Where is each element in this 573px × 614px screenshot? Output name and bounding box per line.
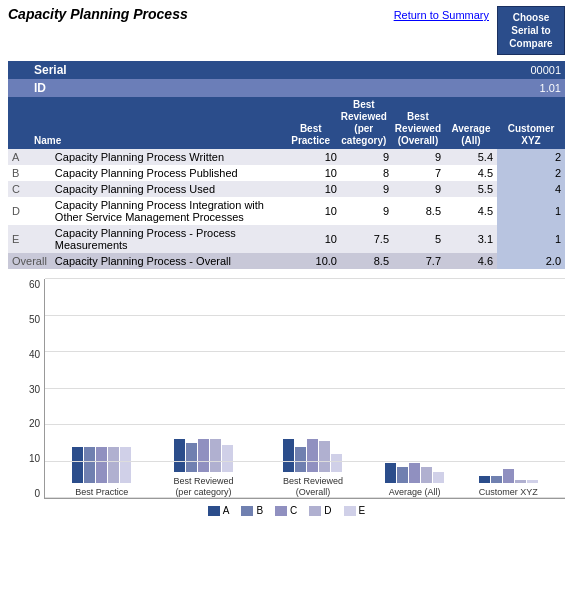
- chart-legend: ABCDE: [8, 505, 565, 516]
- header-best-reviewed-overall: Best Reviewed (Overall): [391, 97, 445, 149]
- capacity-table: Serial 00001 ID 1.01 Name Be: [8, 61, 565, 149]
- row-best-reviewed-cat: 7.5: [341, 225, 393, 253]
- row-customer-xyz: 2: [497, 149, 565, 165]
- data-table-container: Serial 00001 ID 1.01 Name Be: [0, 61, 573, 269]
- chart-container: 0102030405060 Best PracticeBest Reviewed…: [8, 279, 565, 516]
- table-row: A Capacity Planning Process Written 10 9…: [8, 149, 565, 165]
- id-brc-cell: [337, 79, 391, 97]
- legend-box: [275, 506, 287, 516]
- column-header-row: Name Best Practice Best Reviewed (per ca…: [8, 97, 565, 149]
- serial-label: Serial: [30, 61, 285, 79]
- row-best-practice: 10: [289, 149, 341, 165]
- row-name: Capacity Planning Process Written: [51, 149, 289, 165]
- legend-item-A: A: [208, 505, 230, 516]
- table-row: E Capacity Planning Process - Process Me…: [8, 225, 565, 253]
- row-best-reviewed-overall: 9: [393, 181, 445, 197]
- serial-letter-cell: [8, 61, 30, 79]
- row-average-all: 5.4: [445, 149, 497, 165]
- return-to-summary-link[interactable]: Return to Summary: [394, 8, 489, 22]
- y-axis-label: 60: [8, 279, 40, 290]
- grid-line: [45, 278, 565, 279]
- header-best-reviewed-cat: Best Reviewed (per category): [337, 97, 391, 149]
- table-row: C Capacity Planning Process Used 10 9 9 …: [8, 181, 565, 197]
- grid-line: [45, 497, 565, 498]
- serial-bp-cell: [285, 61, 337, 79]
- legend-label: E: [359, 505, 366, 516]
- row-best-reviewed-overall: 5: [393, 225, 445, 253]
- row-best-reviewed-cat: 9: [341, 149, 393, 165]
- header-average-all: Average (All): [445, 97, 497, 149]
- chart-area: Best PracticeBest Reviewed (per category…: [44, 279, 565, 499]
- legend-label: A: [223, 505, 230, 516]
- legend-box: [241, 506, 253, 516]
- row-average-all: 4.6: [445, 253, 497, 269]
- row-customer-xyz: 1: [497, 197, 565, 225]
- row-customer-xyz: 1: [497, 225, 565, 253]
- serial-row: Serial 00001: [8, 61, 565, 79]
- row-best-reviewed-overall: 9: [393, 149, 445, 165]
- y-axis-label: 0: [8, 488, 40, 499]
- row-best-reviewed-overall: 8.5: [393, 197, 445, 225]
- row-letter: A: [8, 149, 51, 165]
- row-name: Capacity Planning Process Published: [51, 165, 289, 181]
- row-average-all: 4.5: [445, 197, 497, 225]
- row-average-all: 4.5: [445, 165, 497, 181]
- legend-label: C: [290, 505, 297, 516]
- page-title: Capacity Planning Process: [8, 6, 394, 22]
- row-name: Capacity Planning Process - Overall: [51, 253, 289, 269]
- row-letter: E: [8, 225, 51, 253]
- data-rows-table: A Capacity Planning Process Written 10 9…: [8, 149, 565, 269]
- row-letter: C: [8, 181, 51, 197]
- legend-item-B: B: [241, 505, 263, 516]
- header-letter-cell: [8, 97, 30, 149]
- header-best-practice: Best Practice: [285, 97, 337, 149]
- row-average-all: 5.5: [445, 181, 497, 197]
- row-best-reviewed-overall: 7: [393, 165, 445, 181]
- id-letter-cell: [8, 79, 30, 97]
- grid-line: [45, 388, 565, 389]
- row-customer-xyz: 2.0: [497, 253, 565, 269]
- legend-label: B: [256, 505, 263, 516]
- table-row: D Capacity Planning Process Integration …: [8, 197, 565, 225]
- id-avg-cell: [445, 79, 497, 97]
- grid-line: [45, 461, 565, 462]
- serial-avg-cell: [445, 61, 497, 79]
- grid-line: [45, 424, 565, 425]
- choose-serial-button[interactable]: Choose Serial to Compare: [497, 6, 565, 55]
- legend-item-E: E: [344, 505, 366, 516]
- y-axis: 0102030405060: [8, 279, 40, 499]
- legend-label: D: [324, 505, 331, 516]
- y-axis-label: 40: [8, 349, 40, 360]
- grid-lines: [45, 279, 565, 498]
- chart-outer: 0102030405060 Best PracticeBest Reviewed…: [8, 279, 565, 499]
- grid-line: [45, 351, 565, 352]
- row-letter: Overall: [8, 253, 51, 269]
- row-best-reviewed-cat: 9: [341, 197, 393, 225]
- row-best-practice: 10: [289, 225, 341, 253]
- row-best-reviewed-cat: 8: [341, 165, 393, 181]
- serial-bro-cell: [391, 61, 445, 79]
- row-letter: D: [8, 197, 51, 225]
- header-customer-xyz: Customer XYZ: [497, 97, 565, 149]
- y-axis-label: 30: [8, 384, 40, 395]
- row-best-reviewed-cat: 8.5: [341, 253, 393, 269]
- row-best-reviewed-cat: 9: [341, 181, 393, 197]
- row-customer-xyz: 4: [497, 181, 565, 197]
- row-name: Capacity Planning Process Used: [51, 181, 289, 197]
- id-bro-cell: [391, 79, 445, 97]
- table-row: Overall Capacity Planning Process - Over…: [8, 253, 565, 269]
- row-name: Capacity Planning Process - Process Meas…: [51, 225, 289, 253]
- header-name: Name: [30, 97, 285, 149]
- row-customer-xyz: 2: [497, 165, 565, 181]
- legend-box: [344, 506, 356, 516]
- row-best-practice: 10: [289, 197, 341, 225]
- id-row: ID 1.01: [8, 79, 565, 97]
- legend-item-C: C: [275, 505, 297, 516]
- row-average-all: 3.1: [445, 225, 497, 253]
- legend-item-D: D: [309, 505, 331, 516]
- legend-box: [309, 506, 321, 516]
- row-best-practice: 10: [289, 165, 341, 181]
- id-label: ID: [30, 79, 285, 97]
- table-row: B Capacity Planning Process Published 10…: [8, 165, 565, 181]
- row-letter: B: [8, 165, 51, 181]
